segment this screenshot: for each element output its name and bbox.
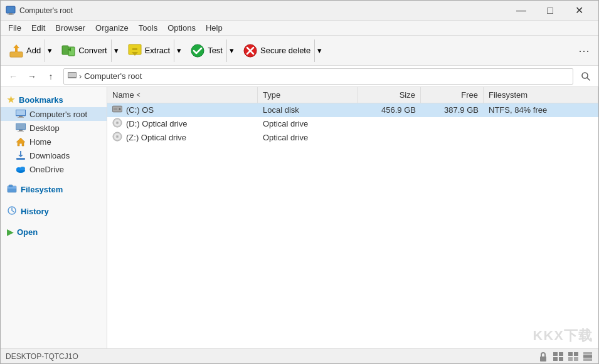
col-header-size[interactable]: Size [358, 87, 421, 103]
col-free-label: Free [461, 90, 478, 100]
col-header-name[interactable]: Name < [107, 87, 258, 103]
table-row[interactable]: (D:) Optical drive Optical drive [107, 117, 598, 131]
secure-delete-dropdown[interactable]: Secure delete ▾ [238, 39, 325, 63]
svg-line-20 [587, 78, 590, 80]
window-controls: — □ ✕ [507, 1, 593, 21]
cell-free-d [421, 117, 484, 130]
open-icon: ▶ [7, 227, 13, 237]
secure-delete-label: Secure delete [260, 46, 310, 55]
menu-help[interactable]: Help [201, 22, 228, 34]
svg-marker-5 [13, 44, 19, 48]
table-row[interactable]: (Z:) Optical drive Optical drive [107, 131, 598, 145]
svg-rect-22 [16, 110, 25, 115]
sidebar-item-computers-root[interactable]: Computer's root [1, 107, 107, 121]
secure-delete-button[interactable]: Secure delete [239, 39, 314, 62]
sidebar-item-onedrive[interactable]: OneDrive [1, 162, 107, 176]
svg-rect-30 [16, 158, 25, 160]
add-dropdown[interactable]: Add ▾ [4, 39, 55, 63]
extract-button[interactable]: Extract [124, 39, 174, 62]
svg-rect-56 [559, 357, 563, 361]
svg-point-47 [117, 122, 118, 123]
thumbnail-view-icon[interactable] [583, 351, 593, 361]
sidebar-item-home[interactable]: Home [1, 135, 107, 148]
cell-fs-c: NTFS, 84% free [484, 103, 598, 117]
table-row[interactable]: (C:) OS Local disk 456.9 GB 387.9 GB NTF… [107, 103, 598, 117]
add-button[interactable]: Add [5, 39, 45, 62]
convert-dropdown[interactable]: Convert ▾ [56, 39, 122, 63]
name-c: (C:) OS [126, 105, 154, 115]
sidebar-bookmarks-header[interactable]: ★ Bookmarks [1, 92, 107, 107]
history-icon [7, 205, 17, 217]
cell-size-z [358, 131, 421, 144]
col-header-type[interactable]: Type [258, 87, 358, 103]
address-bar: ← → ↑ › Computer's root [1, 66, 598, 87]
secure-delete-dropdown-arrow[interactable]: ▾ [314, 39, 324, 62]
svg-rect-61 [583, 352, 592, 355]
status-right-icons [538, 351, 593, 361]
convert-button[interactable]: Convert [57, 39, 111, 62]
svg-rect-59 [568, 357, 573, 361]
status-computer-name: DESKTOP-TQTCJ1O [6, 352, 78, 361]
menu-tools[interactable]: Tools [134, 22, 162, 34]
test-dropdown-arrow[interactable]: ▾ [226, 39, 236, 62]
window-title: Computer's root [19, 6, 507, 15]
title-bar: Computer's root — □ ✕ [1, 1, 598, 21]
cell-type-c: Local disk [258, 103, 358, 117]
forward-button[interactable]: → [23, 68, 41, 85]
address-path[interactable]: › Computer's root [63, 68, 573, 85]
svg-rect-0 [6, 6, 15, 13]
detail-view-icon[interactable] [568, 351, 578, 361]
sidebar-open-header[interactable]: ▶ Open [1, 225, 107, 239]
svg-rect-38 [9, 185, 13, 187]
sidebar-filesystem-header[interactable]: Filesystem [1, 181, 107, 198]
sidebar-item-desktop-label: Desktop [29, 123, 60, 133]
col-header-free[interactable]: Free [421, 87, 484, 103]
desktop-icon [16, 123, 26, 133]
svg-rect-62 [583, 355, 592, 358]
downloads-icon [16, 150, 26, 160]
onedrive-icon [16, 164, 26, 174]
menu-organize[interactable]: Organize [90, 22, 134, 34]
svg-marker-29 [16, 138, 25, 146]
convert-dropdown-arrow[interactable]: ▾ [111, 39, 121, 62]
sidebar-item-desktop[interactable]: Desktop [1, 121, 107, 135]
menu-edit[interactable]: Edit [26, 22, 50, 34]
file-area: Name < Type Size Free Filesystem [107, 87, 598, 348]
close-button[interactable]: ✕ [565, 1, 593, 21]
list-view-icon[interactable] [553, 351, 563, 361]
sidebar-item-onedrive-label: OneDrive [29, 165, 64, 174]
home-icon [16, 137, 26, 147]
menu-file[interactable]: File [3, 22, 26, 34]
svg-rect-8 [68, 47, 75, 56]
test-button[interactable]: Test [186, 39, 226, 62]
minimize-button[interactable]: — [507, 1, 536, 21]
sidebar-item-home-label: Home [29, 137, 51, 147]
svg-rect-7 [62, 46, 68, 55]
toolbar-more-button[interactable]: ⋯ [573, 41, 595, 60]
svg-rect-63 [583, 358, 592, 361]
toolbar: Add ▾ Convert ▾ [1, 36, 598, 66]
menu-options[interactable]: Options [162, 22, 201, 34]
maximize-button[interactable]: □ [536, 1, 565, 21]
svg-rect-12 [132, 48, 137, 50]
extract-dropdown-arrow[interactable]: ▾ [174, 39, 184, 62]
col-header-filesystem[interactable]: Filesystem [484, 87, 598, 103]
sidebar-history-header[interactable]: History [1, 203, 107, 220]
sidebar-item-downloads-label: Downloads [29, 151, 70, 160]
search-button[interactable] [577, 68, 595, 85]
cell-type-z: Optical drive [258, 131, 358, 144]
extract-dropdown[interactable]: Extract ▾ [123, 39, 184, 63]
sidebar-divider-3 [1, 220, 107, 225]
col-type-label: Type [263, 90, 280, 100]
address-sep1: › [79, 71, 82, 81]
back-button[interactable]: ← [4, 68, 22, 85]
test-dropdown[interactable]: Test ▾ [186, 39, 237, 63]
cell-type-d: Optical drive [258, 117, 358, 130]
cell-size-c: 456.9 GB [358, 103, 421, 117]
lock-icon[interactable] [538, 351, 548, 361]
sidebar-item-downloads[interactable]: Downloads [1, 148, 107, 162]
up-button[interactable]: ↑ [42, 68, 60, 85]
sidebar-divider-1 [1, 176, 107, 181]
add-dropdown-arrow[interactable]: ▾ [45, 39, 55, 62]
menu-browser[interactable]: Browser [50, 22, 90, 34]
